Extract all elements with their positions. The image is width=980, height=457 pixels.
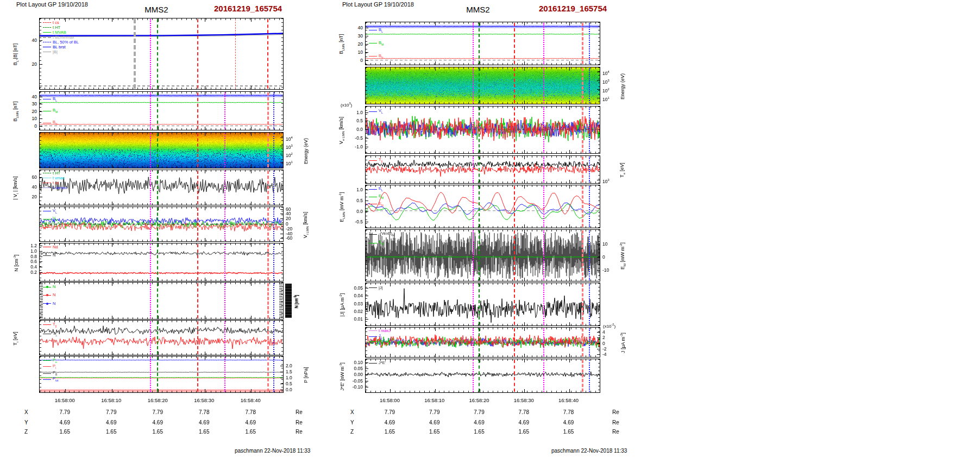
- major-tick: [251, 321, 252, 324]
- major-tick: [251, 18, 252, 22]
- event-line: [273, 208, 274, 241]
- legend-swatch: [43, 52, 51, 52]
- major-tick: [480, 224, 480, 228]
- event-line: [267, 92, 269, 129]
- minor-tick-strip-top: [40, 207, 283, 209]
- ytick-label: 0: [286, 222, 288, 226]
- time-tick-label: 16:58:30: [187, 397, 222, 403]
- waveform-svg: [40, 356, 283, 392]
- major-tick: [112, 316, 112, 319]
- ytick-mark: [366, 381, 368, 381]
- legend-swatch: [43, 324, 51, 325]
- ytick-label: 0: [602, 341, 605, 346]
- major-tick: [480, 101, 480, 104]
- position-unit: Re: [296, 429, 303, 435]
- minor-tick-strip-top: [366, 156, 600, 158]
- ytick-label: 20: [32, 195, 37, 199]
- major-tick: [65, 283, 66, 286]
- major-tick: [205, 321, 205, 324]
- major-tick: [205, 133, 205, 136]
- event-line: [224, 244, 225, 280]
- ytick-label: 2: [602, 335, 605, 340]
- minor-tick-strip-bottom: [40, 87, 283, 89]
- minor-tick-strip-left: [40, 207, 41, 241]
- legend-label: EN: [379, 202, 384, 208]
- panel-em-vexb: 100-10EM [mW m-2]-(VexB)MEM: [365, 229, 600, 281]
- major-tick: [205, 127, 205, 130]
- ytick-mark: [280, 146, 283, 146]
- event-line: [267, 208, 269, 241]
- major-tick: [569, 107, 570, 110]
- event-line: [473, 284, 474, 325]
- major-tick: [524, 22, 525, 26]
- major-tick: [480, 328, 480, 331]
- major-tick: [524, 67, 525, 71]
- position-value: 7.79: [463, 409, 495, 415]
- y-axis-scale-label: (x103): [341, 102, 352, 108]
- ytick-mark: [40, 177, 42, 178]
- legend-label: VM: [53, 216, 58, 222]
- legend-item: BL: [43, 97, 57, 103]
- minor-tick-strip-top: [40, 356, 283, 358]
- major-tick: [480, 354, 480, 357]
- legend-swatch: [369, 336, 377, 337]
- ytick-mark: [40, 111, 42, 112]
- ytick-mark: [280, 238, 283, 239]
- minor-tick-strip-left: [366, 22, 367, 65]
- position-row-label: Z: [350, 429, 354, 435]
- ytick-mark: [280, 234, 283, 234]
- legend-item: PB: [43, 371, 57, 377]
- major-tick: [524, 61, 525, 65]
- major-tick: [158, 170, 159, 173]
- event-line: [479, 284, 480, 325]
- position-value: 1.65: [507, 429, 540, 435]
- panel-j-mag: 0.050.040.030.020.01|J| [μA m-2]|J|: [365, 283, 600, 326]
- ytick-mark: [280, 378, 283, 378]
- major-tick: [65, 207, 66, 210]
- waveform-svg: [366, 283, 600, 325]
- ytick-label: 0.04: [354, 293, 363, 298]
- legend-label: BN: [53, 120, 58, 126]
- ytick-label: 1.0: [356, 187, 363, 192]
- ytick-label: -0.5: [355, 220, 363, 224]
- major-tick: [390, 359, 391, 362]
- legend-item: EN: [369, 202, 384, 208]
- series-t-perp: [40, 326, 282, 335]
- position-row-label: Y: [24, 420, 28, 425]
- position-value: 4.69: [141, 420, 174, 425]
- ytick-mark: [366, 121, 368, 121]
- series--j-: [366, 289, 600, 323]
- position-value: 4.69: [188, 420, 221, 425]
- major-tick: [251, 238, 252, 241]
- major-tick: [435, 22, 436, 26]
- ytick-label: 103: [286, 143, 293, 149]
- waveform-svg: [366, 107, 600, 153]
- major-tick: [251, 283, 252, 286]
- ytick-label: 1.2: [30, 243, 37, 248]
- time-tick-label: 16:58:00: [372, 397, 407, 403]
- event-line: [479, 68, 480, 103]
- event-line: [514, 107, 515, 153]
- event-line: [157, 92, 158, 129]
- major-tick: [112, 278, 112, 281]
- event-line: [582, 186, 583, 227]
- ytick-label: 20: [32, 62, 37, 66]
- legend-item: t cs: [43, 21, 59, 25]
- legend-swatch: [43, 47, 51, 47]
- major-tick: [390, 389, 391, 392]
- major-tick: [569, 150, 570, 153]
- minor-tick-strip-bottom: [40, 128, 283, 130]
- major-tick: [569, 156, 570, 159]
- event-line: [589, 186, 590, 227]
- event-line: [150, 171, 151, 204]
- major-tick: [158, 316, 159, 319]
- position-value: 4.69: [373, 420, 406, 425]
- event-line: [197, 171, 198, 204]
- minor-tick-strip-top: [366, 328, 600, 329]
- ytick-label: 104: [602, 70, 610, 76]
- legend-label: T∥: [379, 158, 382, 164]
- y-axis-label: BLMN [nT]: [12, 102, 19, 122]
- ytick-mark: [40, 118, 42, 119]
- major-tick: [569, 22, 570, 26]
- series-nd: [40, 272, 282, 274]
